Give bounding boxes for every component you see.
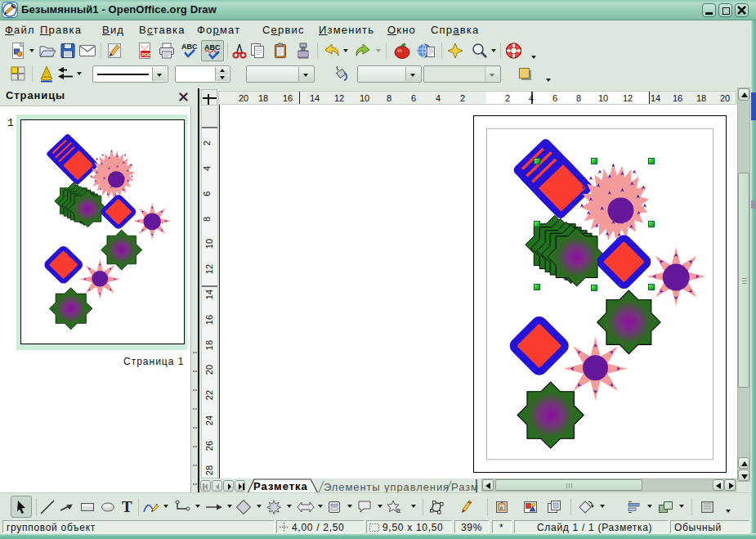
svg-text:a: a — [396, 506, 400, 514]
svg-text:a: a — [500, 504, 503, 511]
svg-text:PDF: PDF — [141, 52, 151, 57]
svg-text:T: T — [122, 498, 132, 515]
svg-text:ABC: ABC — [181, 43, 198, 51]
